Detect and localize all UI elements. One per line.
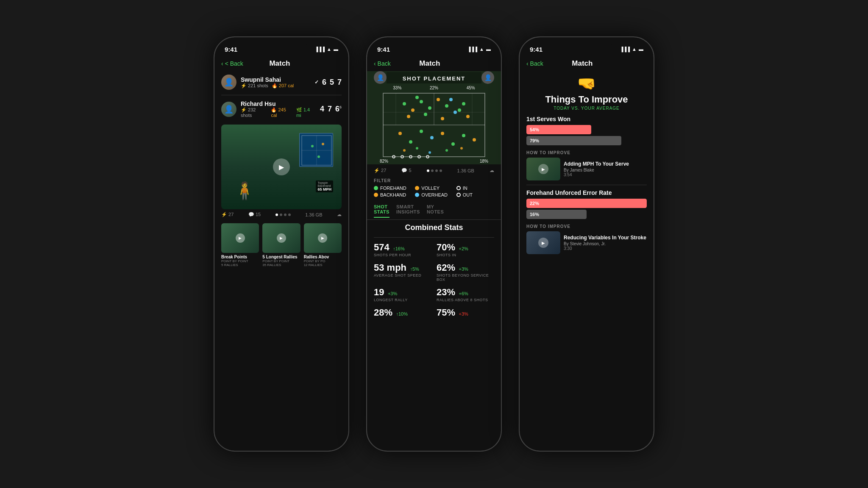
back-button-3[interactable]: ‹ Back: [526, 60, 543, 67]
player2-s2: 7: [328, 105, 332, 114]
clip-thumb-inner-2: ▶: [262, 223, 300, 253]
metric-serves-won: 1st Serves Won 54% 79%: [526, 116, 647, 145]
clip-item-3[interactable]: ▶ Rallies Abov POINT BY PO 12 RALLIES: [304, 223, 342, 267]
tab-smart-insights[interactable]: SMART INSIGHTS: [396, 204, 420, 218]
clip-item-2[interactable]: ▶ 5 Longest Rallies POINT BY POINT 35 RA…: [262, 223, 300, 267]
player2-info: Richard Hsu ⚡ 232 shots 🔥 245 cal 🌿 1.4 …: [241, 100, 316, 118]
svg-point-38: [445, 149, 448, 152]
clip-thumb-3: ▶: [304, 223, 342, 253]
nav-bar-1: ‹ < Back Match: [214, 56, 348, 71]
video-thumb-2: ▶: [526, 231, 560, 254]
tab-my-notes[interactable]: MY NOTES: [427, 204, 444, 218]
stat-beyond-value: 62% +3%: [437, 262, 494, 273]
clip-label-1: Break Points: [221, 255, 259, 259]
stat-extra1-value: 28% ↑10%: [374, 307, 431, 318]
player1-meta: ⚡ 221 shots 🔥 207 cal: [241, 83, 310, 89]
svg-point-32: [451, 142, 455, 146]
svg-point-39: [460, 147, 463, 150]
error-today-bar: 22%: [526, 199, 647, 208]
back-button-1[interactable]: ‹ < Back: [221, 60, 243, 67]
player2-s3: 66: [335, 105, 342, 114]
backhand-dot: [374, 193, 378, 197]
out-label: OUT: [463, 192, 473, 197]
serves-today-fill: 54%: [526, 125, 591, 134]
phone-3: 9:41 ▐▐▐ ▲ ▬ ‹ Back Match 🤜 Things To Im…: [519, 36, 654, 452]
back-label-3: ‹ Back: [526, 60, 543, 67]
video-area-1[interactable]: 🧍 ▶ Topspin Backhand: [221, 125, 342, 209]
stat-extra1: 28% ↑10%: [374, 307, 431, 318]
phone-2: 9:41 ▐▐▐ ▲ ▬ ‹ Back Match 👤 SHOT PLACEME…: [366, 36, 502, 452]
dot-indicators-2: [427, 169, 442, 172]
metric-error-title: Forehand Unforced Error Rate: [526, 189, 647, 196]
dot-2-4: [440, 169, 442, 172]
dot-3: [284, 214, 287, 216]
dot-2-1: [427, 169, 429, 172]
how-to-label-1: HOW TO IMPROVE: [526, 150, 647, 155]
player1-score: ✓ 6 5 7: [314, 78, 342, 87]
filter-backhand[interactable]: BACKHAND: [374, 192, 412, 197]
back-button-2[interactable]: ‹ Back: [374, 60, 391, 67]
player1-cal: 🔥 207 cal: [272, 83, 294, 89]
status-bar-3: 9:41 ▐▐▐ ▲ ▬: [520, 37, 654, 56]
status-time-3: 9:41: [530, 46, 542, 53]
filter-grid: FOREHAND VOLLEY IN BACKHAND OVERHEAD: [374, 186, 494, 197]
metric-serves-title: 1st Serves Won: [526, 116, 647, 122]
dot-indicators-1: [275, 214, 291, 216]
status-bar-2: 9:41 ▐▐▐ ▲ ▬: [367, 37, 501, 56]
stat-extra2: 75% +3%: [437, 307, 494, 318]
cloud-icon-2: ☁: [490, 168, 494, 173]
out-dot: [456, 193, 461, 197]
cloud-icon: ☁: [337, 212, 342, 217]
video-shots: ⚡ 27: [221, 212, 234, 217]
side-pct-row: 82% 18%: [379, 159, 489, 164]
top-pct-row: 33% 22% 45%: [379, 86, 489, 90]
svg-point-17: [445, 104, 448, 108]
player2-shots: ⚡ 232 shots: [241, 107, 267, 118]
svg-point-14: [420, 100, 423, 103]
clip-count-3: 12 RALLIES: [304, 263, 342, 267]
tab-shot-stats[interactable]: SHOT STATS: [374, 204, 389, 218]
filter-out[interactable]: OUT: [456, 192, 494, 197]
filter-volley[interactable]: VOLLEY: [415, 186, 453, 191]
stat-rallies-value: 23% +6%: [437, 287, 494, 298]
video-thumb-1: ▶: [526, 158, 560, 180]
filter-section: FILTER FOREHAND VOLLEY IN BACKHAND: [367, 175, 501, 201]
battery-icon: ▬: [334, 47, 338, 52]
status-icons-3: ▐▐▐ ▲ ▬: [620, 47, 643, 52]
clip-sublabel-1: POINT BY POINT: [221, 259, 259, 263]
shot-placement-title: SHOT PLACEMENT: [387, 72, 481, 83]
serves-today-pct: 54%: [530, 127, 539, 132]
play-button-1[interactable]: ▶: [273, 158, 290, 175]
stat-beyond-service: 62% +3% SHOTS BEYOND SERVICE BOX: [437, 262, 494, 282]
stat-shots-label: SHOTS PER HOUR: [374, 253, 431, 257]
signal-icon-3: ▐▐▐: [620, 47, 630, 52]
stat-avg-speed-value: 53 mph ↑5%: [374, 262, 431, 273]
pct-left: 82%: [380, 159, 388, 164]
player2-score: 4 7 66: [320, 105, 342, 114]
player2-dist: 🌿 1.4 mi: [296, 107, 316, 118]
filter-forehand[interactable]: FOREHAND: [374, 186, 412, 191]
video-duration-2: 3:30: [564, 246, 646, 251]
video-storage-2: 1.36 GB: [457, 168, 474, 173]
filter-overhead[interactable]: OVERHEAD: [415, 192, 453, 197]
player2-avatar-img: 👤: [221, 102, 236, 117]
player1-s2: 5: [330, 78, 334, 87]
how-to-label-2: HOW TO IMPROVE: [526, 224, 647, 229]
player1-name: Swupnil Sahai: [241, 76, 310, 83]
video-comments-2: 💬 5: [401, 168, 411, 173]
clip-label-3: Rallies Abov: [304, 255, 342, 259]
wifi-icon-2: ▲: [479, 47, 484, 52]
video-card-1[interactable]: ▶ Adding MPH To Your Serve By James Blak…: [526, 158, 647, 180]
improve-icon: 🤜: [526, 75, 647, 92]
pct-top-center: 22%: [430, 86, 438, 90]
improve-subtitle: TODAY VS. YOUR AVERAGE: [526, 106, 647, 111]
court-chart: 👤 SHOT PLACEMENT 👤 33% 22% 45%: [367, 71, 501, 164]
video-comments: 💬 15: [248, 212, 261, 217]
filter-in[interactable]: IN: [456, 186, 494, 191]
dot-2-3: [435, 169, 438, 172]
phone1-content: 👤 Swupnil Sahai ⚡ 221 shots 🔥 207 cal ✓ …: [214, 71, 348, 267]
stat-avg-speed: 53 mph ↑5% AVERAGE SHOT SPEED: [374, 262, 431, 282]
clip-item-1[interactable]: ▶ Break Points POINT BY POINT 5 RALLIES: [221, 223, 259, 267]
stat-shots-in: 70% +2% SHOTS IN: [437, 242, 494, 257]
video-card-2[interactable]: ▶ Reducing Variables In Your Stroke By S…: [526, 231, 647, 254]
